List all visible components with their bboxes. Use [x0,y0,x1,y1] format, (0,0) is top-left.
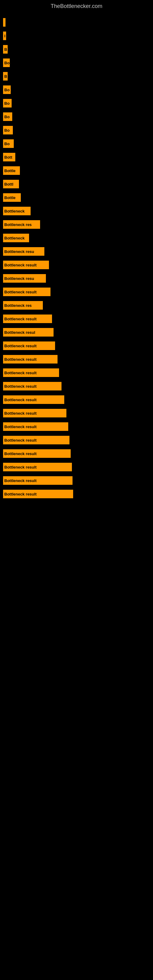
bar-row: Bott [0,150,153,164]
bar-row: Bottleneck result [0,312,153,326]
bar-row: Bo [0,137,153,150]
bar-row: Bottleneck result [0,393,153,406]
bar-label: I [3,32,6,40]
bar-row: Bottleneck result [0,447,153,460]
bar-label: Bottleneck resu [3,274,46,283]
bar-label: Bottl [3,180,19,188]
bar-label: Bottleneck result [3,476,73,485]
bar-row: Bo [0,97,153,110]
bar-label: Bottleneck [3,207,30,215]
bar-label: Bottleneck result [3,368,59,377]
bar-label: Bottleneck result [3,315,52,323]
bar-label: Bottleneck res [3,301,43,310]
bar-label: Bottleneck result [3,355,57,364]
bar-row: Bottleneck result [0,474,153,487]
bar-label: Bottle [3,166,20,175]
bar-row: Bottleneck [0,204,153,218]
bar-label: Bottleneck result [3,422,68,431]
bar-row: Bo [0,83,153,97]
bar-label: Bottleneck [3,234,29,242]
bar-label: Bottleneck result [3,409,66,417]
bar-row: Bottle [0,191,153,204]
bar-row: Bottleneck result [0,460,153,474]
bar-row: Bottleneck result [0,339,153,353]
bar-row: Bottleneck result [0,487,153,501]
bar-label: Bottleneck res [3,220,40,229]
bar-row: Bottleneck res [0,299,153,312]
bar-label: Bott [3,153,15,161]
bar-row: B [0,43,153,56]
bar-row: Bo [0,110,153,123]
bar-row: Bottleneck res [0,218,153,231]
bar-row: Bottleneck result [0,366,153,379]
bar-row: Bottleneck result [0,353,153,366]
bar-row: Bottleneck resu [0,272,153,285]
bar-row: Bottl [0,177,153,191]
bar-label: Bottleneck result [3,449,71,458]
bar-label: Bottle [3,193,21,202]
bar-label: Bottleneck resu [3,247,45,256]
bar-label: Bottleneck result [3,490,73,498]
bar-row: Bo [0,123,153,137]
bar-row: Bottleneck resu [0,245,153,258]
bar-label: Bottleneck result [3,436,70,444]
bar-row: Bottleneck result [0,379,153,393]
bars-container: IBBoBBoBoBoBoBoBottBottleBottlBottleBott… [0,16,153,501]
bar-row: Bottleneck result [0,433,153,447]
bar-row: Bottleneck result [0,406,153,420]
bar-label: Bo [3,99,12,108]
bar-label: Bottleneck result [3,395,64,404]
bar-label: Bottleneck result [3,261,49,269]
bar-row: Bottleneck resul [0,326,153,339]
bar-row: Bottleneck result [0,420,153,433]
bar-row: B [0,70,153,83]
bar-label: Bottleneck resul [3,328,54,337]
site-title: TheBottlenecker.com [0,0,153,16]
bar-row: I [0,29,153,43]
bar-label: Bo [3,86,11,94]
bar-row: Bottle [0,164,153,177]
bar-row: Bottleneck [0,231,153,245]
bar-label: Bo [3,139,14,148]
bar-row [0,16,153,29]
bar-label: Bo [3,126,13,134]
bar-label: Bo [3,112,12,121]
bar-label: Bottleneck result [3,463,72,471]
bar-label: Bottleneck result [3,342,55,350]
bar-label: B [3,45,8,54]
bar-label: B [3,72,8,81]
bar-label: Bottleneck result [3,288,51,296]
bar-row: Bottleneck result [0,258,153,272]
bar-row: Bottleneck result [0,285,153,299]
bar-label [3,18,5,27]
bar-label: Bottleneck result [3,382,62,390]
bar-row: Bo [0,56,153,70]
bar-label: Bo [3,59,10,67]
